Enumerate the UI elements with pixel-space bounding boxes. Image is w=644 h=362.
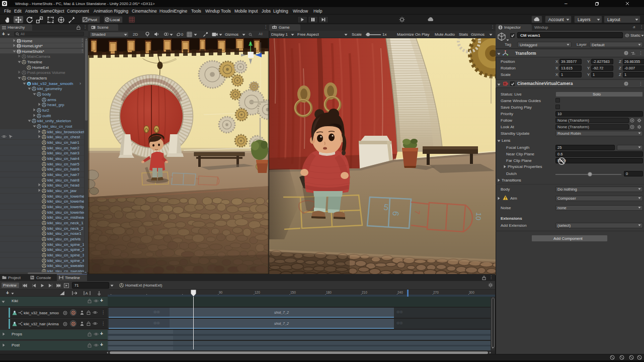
svg-text:210: 210 xyxy=(362,291,367,294)
svg-text:?: ? xyxy=(625,82,627,85)
svg-text:270: 270 xyxy=(433,291,439,294)
svg-text:240: 240 xyxy=(397,291,403,294)
svg-text:180: 180 xyxy=(326,291,332,294)
svg-text:150: 150 xyxy=(290,291,296,294)
svg-text:y: y xyxy=(250,41,252,45)
svg-text:90: 90 xyxy=(219,291,223,294)
svg-text:?: ? xyxy=(625,51,627,55)
svg-text:7: 7 xyxy=(413,210,422,215)
svg-text:10: 10 xyxy=(474,212,483,221)
svg-text:300: 300 xyxy=(469,291,474,294)
svg-text:120: 120 xyxy=(255,291,260,294)
